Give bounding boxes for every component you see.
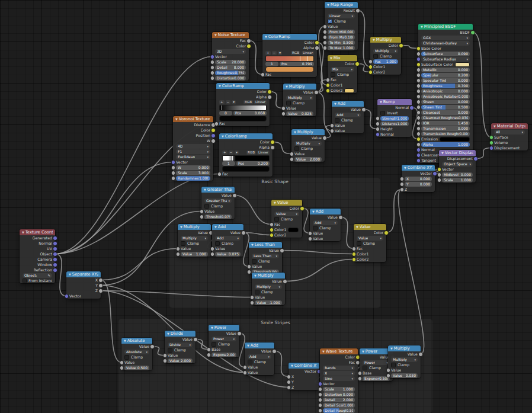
texture-coordinate-generated-socket[interactable] [53, 236, 57, 241]
multiply-4-header[interactable]: ▼Multiply [252, 273, 285, 278]
multiply-1-value-socket[interactable] [281, 106, 286, 111]
divide-clamp-checkbox[interactable] [168, 348, 172, 353]
mix-value-2-value-dropdown[interactable]: Value▾ [357, 236, 383, 241]
mix-value-1-color-swatch[interactable] [288, 228, 299, 232]
colorramp-2-stop-index-field[interactable]: 0 [219, 111, 232, 116]
greater-than-value-socket[interactable] [200, 209, 204, 214]
principled-bsdf-color-swatch[interactable] [455, 62, 470, 67]
colorramp-1-gradient-stop[interactable] [307, 56, 307, 61]
principled-bsdf-subsurface-radius-dropdown[interactable]: Subsurface Radius▾ [421, 57, 470, 62]
collapse-icon[interactable]: ▼ [265, 35, 267, 39]
colorramp-1-interp-dropdown[interactable]: Linear [302, 51, 314, 55]
add-top[interactable]: ▼AddValueAdd▾ClampValueValue [332, 101, 364, 133]
multiply-5-header[interactable]: ▼Multiply [388, 345, 421, 351]
add-3-clamp-checkbox[interactable] [248, 360, 252, 364]
mix-value-1-header[interactable]: ▼Value [271, 200, 302, 206]
voronoi-texture-color-socket[interactable] [211, 128, 216, 133]
multiply-1-value-field[interactable]: Value0.025 [286, 111, 313, 116]
colorramp-3-ramp-options-button[interactable]: ▾ [235, 151, 239, 155]
divide[interactable]: ▼DivideValueDivide▾ClampValueValue2.000 [165, 331, 196, 363]
vector-displacement-object-space-dropdown[interactable]: Object Space▾ [442, 162, 473, 167]
collapse-icon[interactable]: ▼ [362, 350, 364, 353]
divide-value-socket[interactable] [163, 353, 168, 358]
power-2-power-dropdown[interactable]: Power▾ [363, 360, 390, 365]
wave-texture[interactable]: ▼Wave TextureColorFacBands▾X▾Sine▾Vector… [320, 348, 358, 413]
collapse-icon[interactable]: ▼ [380, 100, 382, 104]
material-output-surface-socket[interactable] [489, 135, 494, 140]
combine-xyz-bottom[interactable]: ▼Combine XYZVectorXYZ [289, 363, 319, 390]
bump-1-invert-checkbox[interactable] [380, 111, 385, 116]
colorramp-1-stop-index-field[interactable]: 1 [265, 62, 278, 66]
principled-bsdf-anisotropic-socket[interactable] [416, 89, 421, 94]
multiply-color-color-socket[interactable] [399, 43, 403, 48]
principled-bsdf-clearcoat-normal-socket[interactable] [416, 153, 421, 158]
collapse-icon[interactable]: ▼ [322, 350, 325, 353]
add-3-value-socket[interactable] [272, 349, 277, 354]
mix-color[interactable]: ▼MixColorMix▾ClampFacColor1Color2 [328, 55, 357, 93]
separate-xyz[interactable]: ▼Separate XYZXYZVector [66, 271, 101, 299]
colorramp-2-add-stop-button[interactable]: + [219, 100, 225, 104]
wave-texture-scale-socket[interactable] [318, 387, 323, 392]
less-than-clamp-checkbox[interactable] [252, 259, 257, 264]
principled-bsdf-roughness-field[interactable]: Roughness0.700 [421, 84, 470, 88]
noise-texture-scale-socket[interactable] [210, 60, 215, 65]
principled-bsdf-sheen-field[interactable]: Sheen0.000 [421, 100, 470, 104]
power-1-header[interactable]: ▼Power [209, 325, 239, 331]
power-1-exponent-field[interactable]: Exponent2.000 [211, 353, 236, 357]
principled-bsdf-specular-field[interactable]: Specular0.200 [421, 73, 470, 78]
combine-xyz-bottom-z-socket[interactable] [287, 385, 291, 390]
collapse-icon[interactable]: ▼ [247, 344, 249, 347]
collapse-icon[interactable]: ▼ [180, 225, 182, 229]
multiply-4-value-socket[interactable] [250, 295, 255, 300]
texture-coordinate-from-instancer-checkbox[interactable] [23, 278, 27, 283]
separate-xyz-x-socket[interactable] [98, 278, 103, 283]
divide-header[interactable]: ▼Divide [165, 331, 196, 337]
principled-bsdf-ior-socket[interactable] [416, 121, 421, 126]
mix-value-2-header[interactable]: ▼Value [354, 224, 386, 230]
add-mid-value-socket[interactable] [308, 231, 313, 236]
divide-value-socket[interactable] [193, 337, 198, 342]
multiply-3-value-socket[interactable] [176, 252, 181, 257]
noise-texture-distortion-field[interactable]: Distortion0.000 [215, 76, 246, 81]
add-top-add-dropdown[interactable]: Add▾ [335, 113, 361, 117]
colorramp-3-header[interactable]: ▼ColorRamp [219, 133, 273, 139]
wave-texture-scale-field[interactable]: Scale1.000 [323, 387, 355, 392]
colorramp-3-color-socket[interactable] [270, 140, 275, 145]
shader-node-editor[interactable]: Basic ShapeSmile Stripes▼Texture Coordin… [0, 0, 532, 413]
map-range[interactable]: ▼Map RangeResultLinear▾✓ClampValueFrom M… [325, 2, 358, 50]
colorramp-1-alpha-socket[interactable] [315, 46, 319, 50]
multiply-3-header[interactable]: ▼Multiply [178, 224, 211, 230]
greater-than-threshold-socket[interactable] [200, 214, 204, 219]
colorramp-1-gradient-bar[interactable] [265, 56, 314, 62]
principled-bsdf-clearcoat-roughness-field[interactable]: Clearcoat Roughness0.030 [421, 116, 470, 120]
principled-bsdf-subsurface-radius-socket[interactable] [416, 57, 421, 62]
collapse-icon[interactable]: ▼ [404, 166, 406, 169]
multiply-color-fac-socket[interactable] [368, 59, 373, 64]
principled-bsdf-specular-tint-field[interactable]: Specular Tint0.000 [421, 78, 470, 83]
colorramp-1-add-stop-button[interactable]: + [265, 51, 271, 55]
multiply-5-value-socket[interactable] [386, 373, 391, 378]
voronoi-texture-w-socket[interactable] [211, 139, 216, 143]
colorramp-1-header[interactable]: ▼ColorRamp [262, 34, 317, 40]
power-1-clamp-checkbox[interactable] [211, 342, 216, 347]
principled-bsdf-clearcoat-field[interactable]: Clearcoat0.000 [421, 110, 470, 115]
multiply-color-clamp-checkbox[interactable] [373, 54, 378, 59]
colorramp-1-remove-stop-button[interactable]: − [272, 51, 277, 55]
mix-color-color1-socket[interactable] [326, 83, 331, 88]
multiply-1-value-socket[interactable] [281, 111, 286, 116]
principled-bsdf-transmission-roughness-field[interactable]: Transmission Roughness0.000 [421, 132, 470, 136]
principled-bsdf-subsurface-field[interactable]: Subsurface0.090 [421, 52, 470, 56]
voronoi-texture[interactable]: ▼Voronoi TextureDistanceColorPositionW4D… [173, 116, 213, 181]
add-top-clamp-checkbox[interactable] [335, 118, 339, 123]
map-range-header[interactable]: ▼Map Range [325, 2, 358, 8]
mix-color-color2-socket[interactable] [326, 88, 331, 93]
power-1-value-socket[interactable] [237, 331, 242, 336]
add-2-value-socket[interactable] [241, 230, 246, 235]
map-range-to-max-socket[interactable] [323, 46, 328, 50]
mix-color-fac-socket[interactable] [326, 78, 331, 82]
colorramp-3-gradient-stop[interactable] [232, 156, 233, 161]
colorramp-1-color-socket[interactable] [315, 40, 319, 45]
greater-than-header[interactable]: ▼Greater Than [201, 187, 235, 193]
collapse-icon[interactable]: ▼ [356, 225, 358, 229]
mix-color-color-socket[interactable] [355, 62, 360, 66]
